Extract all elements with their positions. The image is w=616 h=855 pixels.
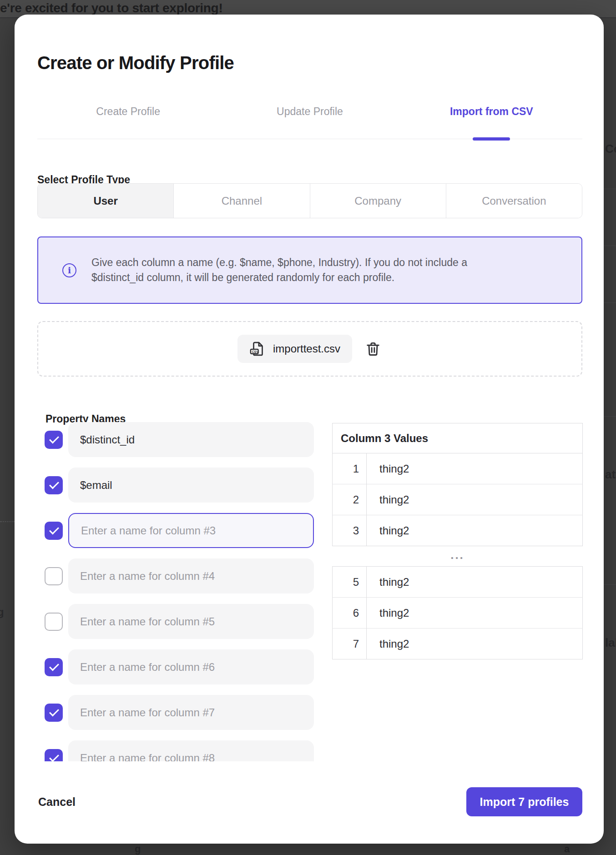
values-table-ellipsis: ... — [332, 546, 583, 564]
csv-file-icon: CSV — [249, 340, 267, 357]
backdrop-row-line — [604, 189, 616, 189]
backdrop-fragment-lab: lab — [605, 636, 616, 650]
property-name-input[interactable] — [68, 740, 314, 761]
row-value: thing2 — [367, 453, 583, 484]
tab-label: Update Profile — [277, 106, 343, 139]
backdrop-row-line — [604, 584, 616, 585]
row-index: 6 — [333, 598, 367, 629]
tab-label: Create Profile — [96, 106, 160, 139]
uploaded-file-chip: CSV importtest.csv — [237, 335, 352, 363]
property-checkbox[interactable] — [45, 658, 63, 676]
property-name-input[interactable] — [68, 513, 314, 548]
backdrop-fragment-left: g — [0, 606, 4, 619]
backdrop-fragment-co: Co — [605, 142, 616, 156]
backdrop-fragment-ata: ata — [605, 468, 616, 482]
values-table-row: 1 thing2 — [333, 453, 583, 484]
info-banner-text: Give each column a name (e.g. $name, $ph… — [91, 255, 501, 285]
tab-create-profile[interactable]: Create Profile — [37, 91, 219, 139]
info-icon: i — [62, 263, 76, 277]
row-value: thing2 — [367, 598, 583, 629]
backdrop-dotted-line — [0, 521, 15, 522]
property-row — [45, 558, 318, 593]
property-checkbox[interactable] — [45, 749, 63, 762]
values-table-row: 7 thing2 — [333, 629, 583, 659]
property-checkbox[interactable] — [45, 476, 63, 494]
dialog-title: Create or Modify Profile — [37, 53, 234, 73]
property-row — [45, 740, 318, 761]
row-value: thing2 — [367, 567, 583, 598]
property-row — [45, 649, 318, 684]
property-row — [45, 695, 318, 730]
property-name-input[interactable] — [68, 604, 314, 639]
active-tab-underline — [473, 137, 510, 141]
property-checkbox[interactable] — [45, 431, 63, 449]
values-table-row: 3 thing2 — [333, 515, 583, 546]
profile-type-selector: User Channel Company Conversation — [37, 183, 582, 218]
tab-update-profile[interactable]: Update Profile — [219, 91, 400, 139]
cancel-button[interactable]: Cancel — [38, 793, 76, 810]
svg-text:CSV: CSV — [252, 350, 258, 354]
property-row — [45, 468, 318, 503]
backdrop-fragment-bottom-left: g — [135, 843, 141, 855]
backdrop-row-line — [604, 416, 616, 417]
property-checkbox[interactable] — [45, 522, 63, 540]
profile-type-conversation[interactable]: Conversation — [446, 184, 582, 218]
property-checkbox[interactable] — [45, 704, 63, 722]
trash-icon — [364, 340, 382, 357]
row-index: 5 — [333, 567, 367, 598]
backdrop-fragment-bottom-right: a — [564, 843, 570, 855]
property-row — [45, 422, 318, 457]
tab-import-from-csv[interactable]: Import from CSV — [401, 91, 582, 139]
import-profiles-button[interactable]: Import 7 profiles — [466, 787, 582, 816]
tab-label: Import from CSV — [450, 106, 533, 139]
profile-type-user[interactable]: User — [38, 184, 173, 218]
values-table-header: Column 3 Values — [333, 423, 583, 453]
uploaded-file-name: importtest.csv — [273, 342, 340, 355]
row-value: thing2 — [367, 629, 583, 659]
profile-type-company[interactable]: Company — [310, 184, 446, 218]
create-or-modify-profile-dialog: Create or Modify Profile Create Profile … — [15, 15, 604, 844]
row-value: thing2 — [367, 515, 583, 546]
row-index: 1 — [333, 453, 367, 484]
property-name-input[interactable] — [68, 695, 314, 730]
values-table-row: 6 thing2 — [333, 598, 583, 629]
property-name-input[interactable] — [68, 558, 314, 593]
property-name-input[interactable] — [68, 649, 314, 684]
row-value: thing2 — [367, 484, 583, 515]
backdrop-row-line — [604, 302, 616, 303]
row-index: 7 — [333, 629, 367, 659]
profile-type-channel[interactable]: Channel — [173, 184, 309, 218]
delete-file-button[interactable] — [364, 340, 382, 358]
values-table-top: Column 3 Values 1 thing2 2 thing2 3 thin… — [332, 423, 583, 546]
background-text-fragment: e're excited for you to start exploring! — [0, 1, 222, 15]
backdrop-row-line — [604, 246, 616, 246]
property-checkbox[interactable] — [45, 567, 63, 585]
values-table-row: 5 thing2 — [333, 567, 583, 598]
property-checkbox[interactable] — [45, 613, 63, 631]
property-name-input[interactable] — [68, 468, 314, 503]
property-row — [45, 513, 318, 548]
dialog-tabs: Create Profile Update Profile Import fro… — [37, 91, 582, 139]
values-table-row: 2 thing2 — [333, 484, 583, 515]
property-rows — [45, 422, 318, 761]
row-index: 3 — [333, 515, 367, 546]
info-banner: i Give each column a name (e.g. $name, $… — [37, 236, 582, 304]
property-row — [45, 604, 318, 639]
csv-dropzone[interactable]: CSV importtest.csv — [37, 321, 582, 377]
row-index: 2 — [333, 484, 367, 515]
property-name-input[interactable] — [68, 422, 314, 457]
values-table-bottom: 5 thing2 6 thing2 7 thing2 — [332, 566, 583, 659]
